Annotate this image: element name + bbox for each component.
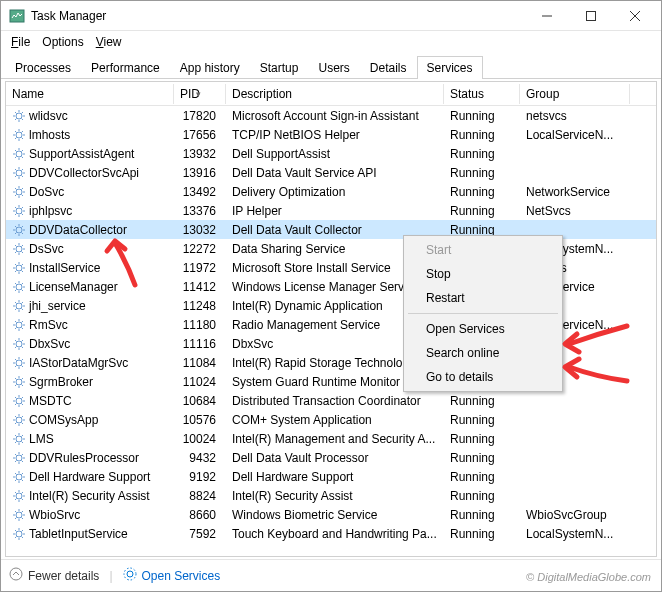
- cell-name: InstallService: [6, 260, 174, 276]
- svg-point-185: [16, 493, 22, 499]
- col-status[interactable]: Status: [444, 84, 520, 104]
- tab-processes[interactable]: Processes: [5, 56, 81, 79]
- cell-name: SupportAssistAgent: [6, 146, 174, 162]
- svg-line-58: [15, 213, 17, 215]
- svg-line-103: [15, 308, 17, 310]
- ctx-go-to-details[interactable]: Go to details: [406, 365, 560, 389]
- maximize-button[interactable]: [569, 2, 613, 30]
- col-description[interactable]: Description: [226, 84, 444, 104]
- svg-line-138: [22, 378, 24, 380]
- cell-pid: 13916: [174, 165, 226, 181]
- ctx-open-services[interactable]: Open Services: [406, 317, 560, 341]
- menu-file[interactable]: File: [5, 33, 36, 51]
- cell-group: NetworkService: [520, 184, 630, 200]
- svg-line-92: [22, 289, 24, 291]
- cell-status: Running: [444, 184, 520, 200]
- cell-desc: IP Helper: [226, 203, 444, 219]
- cell-desc: Dell Data Vault Processor: [226, 450, 444, 466]
- service-row[interactable]: MSDTC10684Distributed Transaction Coordi…: [6, 391, 656, 410]
- service-row[interactable]: Dell Hardware Support9192Dell Hardware S…: [6, 467, 656, 486]
- svg-line-127: [15, 359, 17, 361]
- cell-pid: 12272: [174, 241, 226, 257]
- cell-name: LMS: [6, 431, 174, 447]
- cell-pid: 13032: [174, 222, 226, 238]
- service-row[interactable]: iphlpsvc13376IP HelperRunningNetSvcs: [6, 201, 656, 220]
- svg-point-14: [16, 132, 22, 138]
- svg-line-146: [22, 403, 24, 405]
- cell-pid: 8824: [174, 488, 226, 504]
- service-row[interactable]: DoSvc13492Delivery OptimizationRunningNe…: [6, 182, 656, 201]
- tab-users[interactable]: Users: [308, 56, 359, 79]
- svg-line-119: [22, 346, 24, 348]
- svg-line-47: [22, 194, 24, 196]
- svg-line-165: [22, 435, 24, 437]
- col-name[interactable]: Name: [6, 84, 174, 104]
- menubar: File Options View: [1, 31, 661, 53]
- cell-pid: 11412: [174, 279, 226, 295]
- cell-pid: 11248: [174, 298, 226, 314]
- ctx-search-online[interactable]: Search online: [406, 341, 560, 365]
- svg-line-101: [22, 308, 24, 310]
- service-row[interactable]: TabletInputService7592Touch Keyboard and…: [6, 524, 656, 543]
- svg-point-176: [16, 474, 22, 480]
- col-group[interactable]: Group: [520, 84, 630, 104]
- service-icon: [12, 356, 26, 370]
- service-row[interactable]: Intel(R) Security Assist8824Intel(R) Sec…: [6, 486, 656, 505]
- service-row[interactable]: wlidsvc17820Microsoft Account Sign-in As…: [6, 106, 656, 125]
- cell-name: DDVRulesProcessor: [6, 450, 174, 466]
- service-row[interactable]: DDVCollectorSvcApi13916Dell Data Vault S…: [6, 163, 656, 182]
- open-services-label: Open Services: [142, 569, 221, 583]
- cell-name: COMSysApp: [6, 412, 174, 428]
- col-pid[interactable]: PID▾: [174, 84, 226, 104]
- tab-services[interactable]: Services: [417, 56, 483, 79]
- service-row[interactable]: LMS10024Intel(R) Management and Security…: [6, 429, 656, 448]
- service-icon: [12, 451, 26, 465]
- tab-startup[interactable]: Startup: [250, 56, 309, 79]
- svg-line-76: [15, 251, 17, 253]
- close-button[interactable]: [613, 2, 657, 30]
- service-row[interactable]: SupportAssistAgent13932Dell SupportAssis…: [6, 144, 656, 163]
- ctx-stop[interactable]: Stop: [406, 262, 560, 286]
- ctx-restart[interactable]: Restart: [406, 286, 560, 310]
- menu-view[interactable]: View: [90, 33, 128, 51]
- cell-desc: Windows Biometric Service: [226, 507, 444, 523]
- svg-point-167: [16, 455, 22, 461]
- cell-name: lmhosts: [6, 127, 174, 143]
- svg-point-41: [16, 189, 22, 195]
- svg-line-191: [22, 498, 24, 500]
- svg-point-86: [16, 284, 22, 290]
- cell-pid: 17820: [174, 108, 226, 124]
- cell-name: iphlpsvc: [6, 203, 174, 219]
- service-row[interactable]: DDVRulesProcessor9432Dell Data Vault Pro…: [6, 448, 656, 467]
- service-icon: [12, 318, 26, 332]
- app-icon: [9, 8, 25, 24]
- open-services-button[interactable]: Open Services: [123, 567, 221, 584]
- svg-line-129: [22, 359, 24, 361]
- cell-name: TabletInputService: [6, 526, 174, 542]
- svg-line-13: [15, 118, 17, 120]
- cell-name: Dell Hardware Support: [6, 469, 174, 485]
- tab-details[interactable]: Details: [360, 56, 417, 79]
- chevron-up-icon: [9, 567, 23, 584]
- cell-status: Running: [444, 488, 520, 504]
- tab-performance[interactable]: Performance: [81, 56, 170, 79]
- cell-group: LocalSystemN...: [520, 526, 630, 542]
- service-row[interactable]: COMSysApp10576COM+ System ApplicationRun…: [6, 410, 656, 429]
- svg-point-68: [16, 246, 22, 252]
- cell-pid: 7592: [174, 526, 226, 542]
- tab-app-history[interactable]: App history: [170, 56, 250, 79]
- svg-line-49: [15, 194, 17, 196]
- fewer-details-button[interactable]: Fewer details: [9, 567, 99, 584]
- cell-status: Running: [444, 393, 520, 409]
- svg-line-28: [15, 150, 17, 152]
- service-row[interactable]: lmhosts17656TCP/IP NetBIOS HelperRunning…: [6, 125, 656, 144]
- minimize-button[interactable]: [525, 2, 569, 30]
- service-row[interactable]: WbioSrvc8660Windows Biometric ServiceRun…: [6, 505, 656, 524]
- menu-options[interactable]: Options: [36, 33, 89, 51]
- cell-desc: Distributed Transaction Coordinator: [226, 393, 444, 409]
- svg-line-157: [15, 422, 17, 424]
- cell-name: DDVDataCollector: [6, 222, 174, 238]
- service-icon: [12, 204, 26, 218]
- cell-status: Running: [444, 165, 520, 181]
- service-icon: [12, 242, 26, 256]
